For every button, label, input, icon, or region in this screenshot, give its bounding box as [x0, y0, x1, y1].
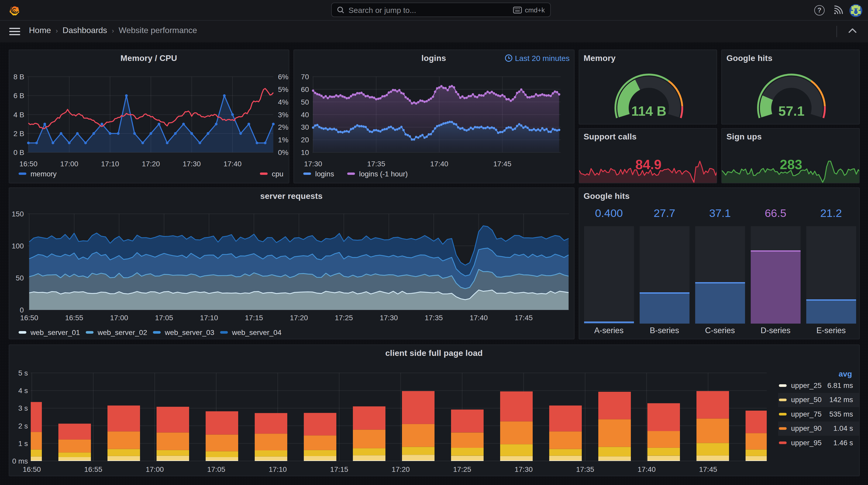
svg-text:16:55: 16:55	[65, 314, 83, 322]
svg-text:17:30: 17:30	[514, 465, 532, 473]
svg-text:17:30: 17:30	[304, 160, 322, 168]
svg-text:0: 0	[20, 306, 24, 314]
svg-text:17:20: 17:20	[392, 465, 409, 473]
svg-text:17:40: 17:40	[637, 465, 655, 473]
svg-text:10: 10	[301, 149, 309, 157]
svg-text:A-series: A-series	[594, 326, 623, 335]
svg-text:17:45: 17:45	[493, 160, 511, 168]
svg-text:0%: 0%	[278, 149, 288, 157]
svg-text:17:25: 17:25	[335, 314, 352, 322]
svg-text:17:10: 17:10	[200, 314, 218, 322]
svg-text:100: 100	[11, 242, 24, 250]
svg-text:17:00: 17:00	[146, 465, 163, 473]
svg-text:17:20: 17:20	[289, 314, 308, 322]
svg-text:84.9: 84.9	[635, 157, 661, 172]
svg-text:16:50: 16:50	[23, 465, 40, 473]
svg-text:142 ms: 142 ms	[829, 396, 853, 403]
svg-text:upper_25: upper_25	[791, 382, 821, 389]
svg-text:17:20: 17:20	[142, 160, 160, 168]
svg-text:16:50: 16:50	[19, 160, 37, 168]
svg-text:30: 30	[301, 123, 309, 131]
svg-text:17:00: 17:00	[60, 160, 78, 168]
svg-text:50: 50	[301, 98, 309, 106]
svg-text:1%: 1%	[278, 136, 288, 144]
svg-text:6 B: 6 B	[13, 92, 24, 100]
svg-text:17:40: 17:40	[469, 314, 488, 322]
svg-text:17:40: 17:40	[223, 160, 241, 168]
svg-text:3 s: 3 s	[18, 404, 28, 412]
svg-text:E-series: E-series	[816, 326, 845, 335]
svg-text:4 s: 4 s	[18, 387, 28, 395]
svg-text:17:30: 17:30	[379, 314, 398, 322]
svg-text:17:00: 17:00	[110, 314, 128, 322]
svg-text:150: 150	[11, 210, 24, 218]
svg-text:17:15: 17:15	[245, 314, 263, 322]
svg-text:283: 283	[780, 157, 802, 172]
svg-text:web_server_02: web_server_02	[97, 328, 147, 336]
svg-text:0.400: 0.400	[595, 206, 623, 219]
svg-text:17:05: 17:05	[155, 314, 173, 322]
svg-text:memory: memory	[30, 170, 56, 178]
svg-text:17:35: 17:35	[576, 465, 594, 473]
svg-text:0 B: 0 B	[13, 149, 24, 157]
svg-text:2 s: 2 s	[18, 422, 28, 430]
svg-text:4 B: 4 B	[13, 111, 24, 119]
svg-text:1.04 s: 1.04 s	[833, 424, 853, 432]
svg-text:21.2: 21.2	[820, 206, 842, 219]
svg-text:5%: 5%	[278, 86, 288, 94]
svg-text:avg: avg	[838, 369, 852, 378]
svg-text:6%: 6%	[278, 73, 288, 81]
svg-text:upper_75: upper_75	[791, 410, 821, 418]
svg-text:50: 50	[16, 274, 24, 282]
svg-text:logins (-1 hour): logins (-1 hour)	[359, 170, 407, 178]
svg-text:8 B: 8 B	[13, 73, 24, 81]
svg-text:16:55: 16:55	[84, 465, 102, 473]
svg-text:17:35: 17:35	[425, 314, 442, 322]
svg-text:web_server_04: web_server_04	[231, 328, 281, 336]
svg-text:40: 40	[301, 111, 309, 119]
svg-text:17:10: 17:10	[269, 465, 286, 473]
svg-text:57.1: 57.1	[778, 103, 804, 119]
svg-text:37.1: 37.1	[709, 206, 731, 219]
svg-text:17:10: 17:10	[101, 160, 119, 168]
svg-text:17:05: 17:05	[207, 465, 225, 473]
svg-text:16:50: 16:50	[20, 314, 38, 322]
svg-text:web_server_03: web_server_03	[164, 328, 214, 336]
svg-text:C-series: C-series	[705, 326, 735, 335]
svg-text:17:30: 17:30	[182, 160, 200, 168]
svg-text:logins: logins	[315, 170, 334, 178]
svg-text:2%: 2%	[278, 123, 288, 131]
svg-text:2 B: 2 B	[13, 130, 24, 138]
svg-text:20: 20	[301, 136, 309, 144]
svg-text:66.5: 66.5	[765, 206, 786, 219]
svg-text:1.46 s: 1.46 s	[833, 439, 853, 447]
svg-text:114 B: 114 B	[631, 103, 666, 119]
svg-text:upper_90: upper_90	[791, 424, 821, 432]
svg-text:70: 70	[301, 73, 309, 81]
svg-text:27.7: 27.7	[653, 206, 675, 219]
svg-text:17:35: 17:35	[367, 160, 385, 168]
svg-text:17:40: 17:40	[430, 160, 448, 168]
svg-text:upper_50: upper_50	[791, 396, 821, 403]
svg-text:60: 60	[301, 86, 309, 94]
svg-text:535 ms: 535 ms	[829, 410, 853, 418]
svg-text:17:45: 17:45	[514, 314, 532, 322]
svg-text:upper_95: upper_95	[791, 439, 821, 447]
svg-text:1 s: 1 s	[18, 440, 28, 448]
svg-text:17:25: 17:25	[453, 465, 471, 473]
svg-text:6.81 ms: 6.81 ms	[827, 382, 853, 389]
svg-text:5 s: 5 s	[18, 369, 28, 377]
svg-text:cpu: cpu	[272, 170, 283, 178]
svg-text:17:45: 17:45	[699, 465, 717, 473]
svg-text:17:15: 17:15	[330, 465, 348, 473]
svg-text:web_server_01: web_server_01	[30, 328, 80, 336]
svg-text:D-series: D-series	[760, 326, 790, 335]
svg-text:B-series: B-series	[649, 326, 679, 335]
svg-text:4%: 4%	[278, 98, 288, 106]
svg-text:3%: 3%	[278, 111, 288, 119]
svg-text:0 ms: 0 ms	[12, 457, 28, 465]
